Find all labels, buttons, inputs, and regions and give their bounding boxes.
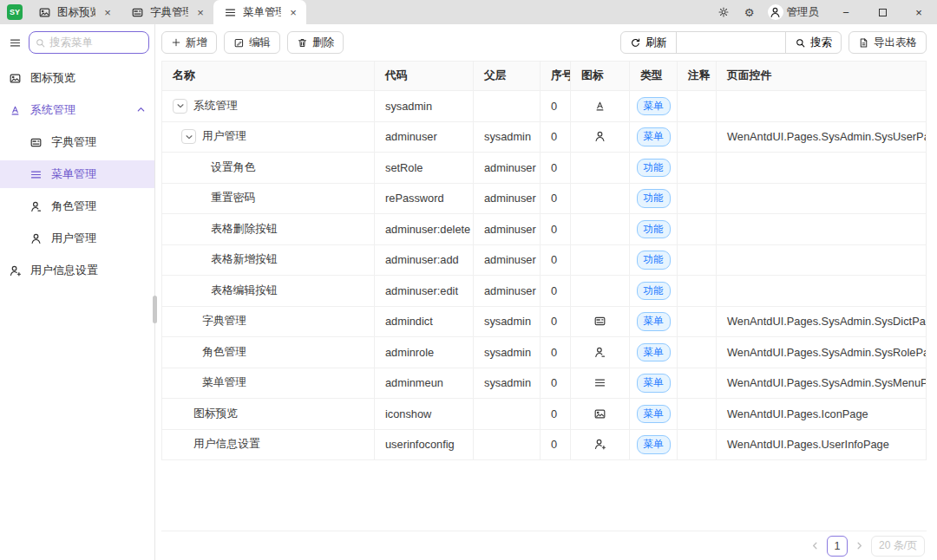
chevron-up-icon[interactable] (136, 104, 146, 117)
table-row[interactable]: 角色管理adminrolesysadmin0菜单WenAntdUI.Pages.… (162, 337, 926, 368)
cell-page-control (717, 153, 926, 183)
table-row[interactable]: 字典管理admindictsysadmin0菜单WenAntdUI.Pages.… (162, 307, 926, 338)
cell-name: 表格编辑按钮 (162, 276, 375, 306)
next-page-icon[interactable] (855, 541, 864, 550)
cell-parent (474, 399, 541, 429)
cell-icon (571, 214, 630, 244)
cell-page-control (717, 91, 926, 121)
dict-icon (29, 136, 43, 149)
cell-name: 图标预览 (162, 399, 375, 429)
tab-bar: 图标预览×字典管理×菜单管理× (28, 0, 306, 24)
cell-comment (678, 153, 717, 183)
column-header-代码[interactable]: 代码 (375, 62, 474, 90)
column-header-类型[interactable]: 类型 (630, 62, 678, 90)
tab-图标预览[interactable]: 图标预览× (28, 0, 121, 24)
sidebar-item-用户管理[interactable]: 用户管理 (0, 225, 154, 252)
cell-comment (678, 91, 717, 121)
cell-name: 系统管理 (162, 91, 375, 121)
cell-code: adminuser:delete (375, 214, 474, 244)
table-row[interactable]: 菜单管理adminmeunsysadmin0菜单WenAntdUI.Pages.… (162, 368, 926, 400)
app-body: 图标预览系统管理字典管理菜单管理角色管理用户管理用户信息设置 新增 编辑 删除 (0, 24, 937, 560)
table-row[interactable]: 用户信息设置userinfoconfig0菜单WenAntdUI.Pages.U… (162, 430, 926, 461)
window-minimize-button[interactable]: − (828, 0, 864, 24)
add-button[interactable]: 新增 (161, 31, 217, 54)
settings-gear-icon[interactable]: ⚙ (737, 6, 763, 19)
delete-button-label: 删除 (312, 36, 334, 50)
theme-sun-icon[interactable] (711, 6, 737, 18)
cell-comment (678, 399, 717, 429)
menu-icon (29, 168, 43, 181)
row-expand-toggle[interactable] (181, 129, 196, 144)
cell-comment (678, 245, 717, 276)
window-close-button[interactable]: × (901, 0, 937, 24)
table-row[interactable]: 图标预览iconshow0菜单WenAntdUI.Pages.IconPage (162, 399, 926, 430)
cell-icon (571, 399, 630, 429)
trash-icon (297, 37, 308, 49)
cell-comment (678, 184, 717, 214)
row-expand-toggle[interactable] (173, 99, 187, 114)
sidebar-search-input[interactable] (49, 36, 143, 49)
sidebar-item-系统管理[interactable]: 系统管理 (0, 96, 154, 124)
sidebar-item-菜单管理[interactable]: 菜单管理 (0, 160, 154, 188)
cell-name: 表格新增按钮 (162, 245, 375, 276)
table-row[interactable]: 表格删除按钮adminuser:deleteadminuser0功能 (162, 214, 926, 245)
page-size-select[interactable]: 20 条/页 (871, 536, 925, 557)
table-row[interactable]: 表格编辑按钮adminuser:editadminuser0功能 (162, 276, 926, 307)
cell-icon (571, 184, 630, 214)
table-row[interactable]: 系统管理sysadmin0菜单 (162, 91, 926, 122)
delete-button[interactable]: 删除 (287, 31, 344, 54)
sidebar-item-角色管理[interactable]: 角色管理 (0, 192, 154, 220)
prev-page-icon[interactable] (810, 541, 820, 550)
column-header-序号[interactable]: 序号 (541, 62, 571, 90)
sidebar-item-用户信息设置[interactable]: 用户信息设置 (0, 257, 154, 284)
column-header-名称[interactable]: 名称 (162, 62, 375, 90)
cell-icon (571, 153, 630, 183)
cell-name: 设置角色 (162, 153, 375, 183)
user-name: 管理员 (787, 5, 820, 20)
cell-type: 功能 (630, 153, 678, 183)
plus-icon (171, 37, 181, 48)
collapse-menu-icon[interactable] (7, 36, 23, 49)
window-maximize-button[interactable] (864, 0, 901, 24)
role-icon (593, 346, 606, 359)
tab-close-icon[interactable]: × (287, 6, 299, 19)
tab-字典管理[interactable]: 字典管理× (121, 0, 213, 24)
tab-菜单管理[interactable]: 菜单管理× (213, 0, 306, 24)
sidebar-resize-handle[interactable] (153, 296, 157, 323)
image-icon (38, 6, 51, 19)
user-chip[interactable]: 管理员 (768, 4, 820, 20)
table-row[interactable]: 重置密码rePasswordadminuser0功能 (162, 184, 926, 215)
column-header-页面控件[interactable]: 页面控件 (717, 62, 926, 90)
column-header-注释[interactable]: 注释 (678, 62, 717, 90)
sidebar-item-图标预览[interactable]: 图标预览 (0, 64, 154, 92)
search-button[interactable]: 搜索 (785, 31, 842, 54)
tab-close-icon[interactable]: × (194, 6, 206, 19)
cell-page-control (717, 184, 926, 214)
column-header-父层[interactable]: 父层 (474, 62, 541, 90)
cell-type: 功能 (630, 184, 678, 214)
cell-page-control (717, 276, 926, 306)
menu-icon (224, 6, 237, 19)
export-table-button[interactable]: 导出表格 (849, 31, 927, 54)
titlebar: SY 图标预览×字典管理×菜单管理× ⚙ 管理员 − × (0, 0, 937, 24)
table-row[interactable]: 表格新增按钮adminuser:addadminuser0功能 (162, 245, 926, 277)
cell-order: 0 (541, 368, 571, 399)
refresh-button[interactable]: 刷新 (620, 31, 677, 54)
sidebar-search[interactable] (29, 31, 149, 54)
sidebar-top (0, 24, 154, 61)
cell-type: 菜单 (630, 399, 678, 429)
cell-parent: sysadmin (474, 368, 541, 399)
table-row[interactable]: 设置角色setRoleadminuser0功能 (162, 153, 926, 184)
sidebar-item-label: 用户管理 (51, 231, 146, 246)
edit-icon (233, 37, 245, 49)
table-search-input[interactable] (685, 36, 776, 49)
cell-name: 菜单管理 (162, 368, 375, 399)
column-header-图标[interactable]: 图标 (571, 62, 630, 90)
table-row[interactable]: 用户管理adminusersysadmin0菜单WenAntdUI.Pages.… (162, 122, 926, 153)
tab-close-icon[interactable]: × (102, 6, 114, 19)
page-number[interactable]: 1 (827, 536, 848, 557)
edit-button[interactable]: 编辑 (224, 31, 280, 54)
cell-order: 0 (541, 337, 571, 368)
sidebar-item-字典管理[interactable]: 字典管理 (0, 128, 154, 156)
role-icon (29, 200, 43, 213)
